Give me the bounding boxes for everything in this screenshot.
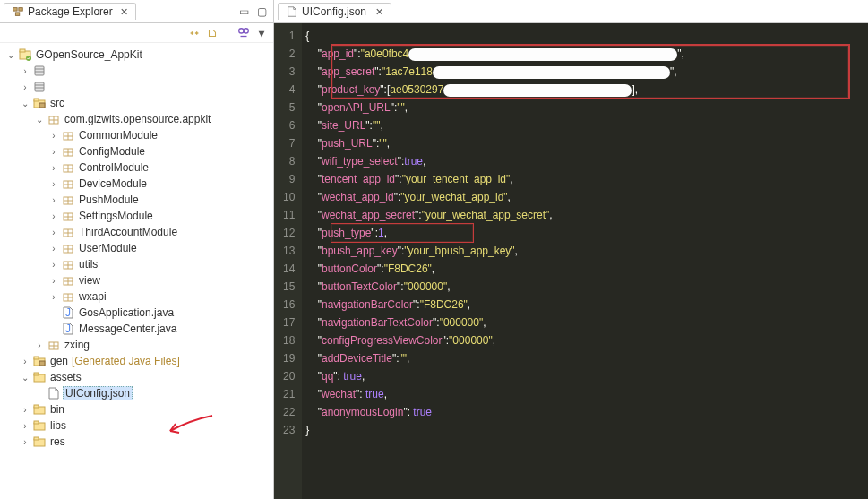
pkg-wxapi[interactable]: ›wxapi	[5, 288, 273, 305]
libs-folder[interactable]: ›libs	[5, 417, 273, 434]
twisty-icon[interactable]: ›	[48, 211, 59, 221]
pkg-utils[interactable]: ›utils	[5, 256, 273, 272]
twisty-icon[interactable]: ›	[48, 147, 59, 157]
code-line[interactable]: "bpush_app_key":"your_bpush_app_key",	[302, 242, 868, 260]
explorer-tab[interactable]: Package Explorer ✕	[4, 3, 136, 20]
explorer-toolbar: ▾	[0, 23, 273, 43]
code-line[interactable]: "qq": true,	[302, 367, 868, 385]
twisty-icon[interactable]: ›	[48, 131, 59, 141]
link-with-editor-icon[interactable]	[188, 27, 201, 39]
package-icon	[61, 160, 75, 175]
tree-label: GOpenSource_AppKit	[34, 48, 142, 61]
assets-folder[interactable]: ⌄assets	[5, 369, 273, 385]
code-line[interactable]: "wifi_type_select":true,	[302, 152, 868, 170]
code-line[interactable]: "buttonTextColor":"000000",	[302, 278, 868, 296]
twisty-icon[interactable]: ›	[48, 163, 59, 173]
maximize-icon[interactable]: ▢	[254, 4, 270, 20]
twisty-icon[interactable]: ›	[48, 228, 59, 237]
tree-label: ConfigModule	[77, 145, 145, 158]
twisty-icon[interactable]: ›	[48, 195, 59, 205]
res-folder[interactable]: ›res	[5, 434, 273, 450]
pkg-control[interactable]: ›ControlModule	[5, 159, 273, 176]
twisty-icon[interactable]: ⌄	[20, 99, 30, 108]
code-editor[interactable]: 1234567891011121314151617181920212223 { …	[274, 23, 868, 499]
pkg-third[interactable]: ›ThirdAccountModule	[5, 224, 273, 240]
code-line[interactable]: "app_id":"a0e0fbc4",	[302, 45, 868, 63]
code-line[interactable]: "push_type":1,	[302, 224, 868, 242]
svg-rect-34	[34, 405, 39, 408]
code-line[interactable]: "configProgressViewColor":"000000",	[302, 331, 868, 349]
java-msgcenter[interactable]: ›JMessageCenter.java	[5, 321, 273, 337]
root-package[interactable]: ⌄com.gizwits.opensource.appkit	[5, 111, 273, 127]
pkg-common[interactable]: ›CommonModule	[5, 127, 273, 143]
gen-folder[interactable]: ›gen[Generated Java Files]	[5, 353, 273, 369]
folder-icon	[32, 418, 47, 433]
twisty-icon[interactable]: ›	[20, 357, 30, 366]
package-icon	[61, 209, 75, 223]
code-line[interactable]: "tencent_app_id":"your_tencent_app_id",	[302, 170, 868, 188]
code-line[interactable]: "site_URL":"",	[302, 116, 868, 134]
close-icon[interactable]: ✕	[120, 6, 128, 18]
svg-rect-38	[34, 437, 39, 440]
twisty-icon[interactable]: ›	[48, 292, 59, 302]
twisty-icon[interactable]: ›	[20, 421, 30, 431]
twisty-icon[interactable]: ›	[48, 276, 59, 286]
package-icon	[61, 225, 75, 239]
lib-private[interactable]: ›	[5, 79, 273, 95]
project-node[interactable]: ⌄GOpenSource_AppKit	[5, 47, 273, 63]
src-folder[interactable]: ⌄src	[5, 95, 273, 111]
view-menu-icon[interactable]	[237, 27, 250, 39]
lib-android[interactable]: ›	[5, 63, 273, 79]
twisty-icon[interactable]: ›	[20, 82, 30, 92]
code-line[interactable]: "openAPI_URL":"",	[302, 99, 868, 116]
pkg-zxing[interactable]: ›zxing	[5, 337, 273, 353]
code-line[interactable]: "wechat": true,	[302, 385, 868, 403]
line-number: 18	[283, 331, 295, 349]
twisty-icon[interactable]: ›	[34, 340, 45, 350]
close-icon[interactable]: ✕	[375, 6, 383, 18]
line-number: 14	[283, 260, 295, 278]
twisty-icon[interactable]: ⌄	[5, 50, 16, 60]
code-line[interactable]: "wechat_app_id":"your_wechat_app_id",	[302, 188, 868, 206]
project-tree[interactable]: ⌄GOpenSource_AppKit››⌄src⌄com.gizwits.op…	[0, 43, 273, 499]
pkg-view[interactable]: ›view	[5, 272, 273, 288]
twisty-icon[interactable]: ⌄	[34, 115, 45, 125]
focus-task-icon[interactable]	[206, 27, 219, 39]
twisty-icon[interactable]: ⌄	[20, 373, 30, 383]
svg-rect-11	[34, 99, 39, 101]
twisty-icon[interactable]: ›	[48, 179, 59, 189]
code-line[interactable]: "app_secret":"1ac7e118",	[302, 63, 868, 81]
svg-rect-2	[15, 13, 19, 16]
pkg-user[interactable]: ›UserModule	[5, 240, 273, 256]
editor-tab-uiconfig[interactable]: UIConfig.json ✕	[278, 3, 391, 20]
twisty-icon[interactable]: ›	[48, 260, 59, 270]
twisty-icon[interactable]: ›	[20, 437, 30, 447]
line-number: 10	[283, 188, 295, 206]
twisty-icon[interactable]: ›	[20, 405, 30, 415]
pkg-push[interactable]: ›PushModule	[5, 192, 273, 208]
code-line[interactable]: "addDeviceTitle":"",	[302, 349, 868, 367]
code-line[interactable]: "wechat_app_secret":"your_wechat_app_sec…	[302, 206, 868, 224]
minimize-icon[interactable]: ▭	[236, 4, 252, 20]
twisty-icon[interactable]: ›	[48, 244, 59, 254]
code-line[interactable]: "product_key":[ae0530297],	[302, 81, 868, 99]
annotation-text: [Generated Java Files]	[68, 355, 180, 367]
line-number: 2	[283, 45, 295, 63]
pkg-device[interactable]: ›DeviceModule	[5, 176, 273, 192]
code-line[interactable]: {	[302, 27, 868, 45]
dropdown-menu-icon[interactable]: ▾	[255, 27, 268, 39]
code-line[interactable]: "buttonColor":"F8DC26",	[302, 260, 868, 278]
code-area[interactable]: { "app_id":"a0e0fbc4", "app_secret":"1ac…	[302, 23, 868, 499]
twisty-icon[interactable]: ›	[20, 66, 30, 76]
code-line[interactable]: "navigationBarTextColor":"000000",	[302, 314, 868, 331]
code-line[interactable]: "anonymousLogin": true	[302, 403, 868, 421]
bin-folder[interactable]: ›bin	[5, 401, 273, 417]
file-uiconfig[interactable]: ›UIConfig.json	[5, 385, 273, 401]
code-line[interactable]: "navigationBarColor":"F8DC26",	[302, 296, 868, 314]
code-line[interactable]: }	[302, 421, 868, 439]
pkg-settings[interactable]: ›SettingsModule	[5, 208, 273, 224]
code-line[interactable]: "push_URL":"",	[302, 134, 868, 152]
svg-text:J: J	[65, 306, 71, 319]
java-gosapp[interactable]: ›JGosApplication.java	[5, 305, 273, 321]
pkg-config[interactable]: ›ConfigModule	[5, 143, 273, 159]
